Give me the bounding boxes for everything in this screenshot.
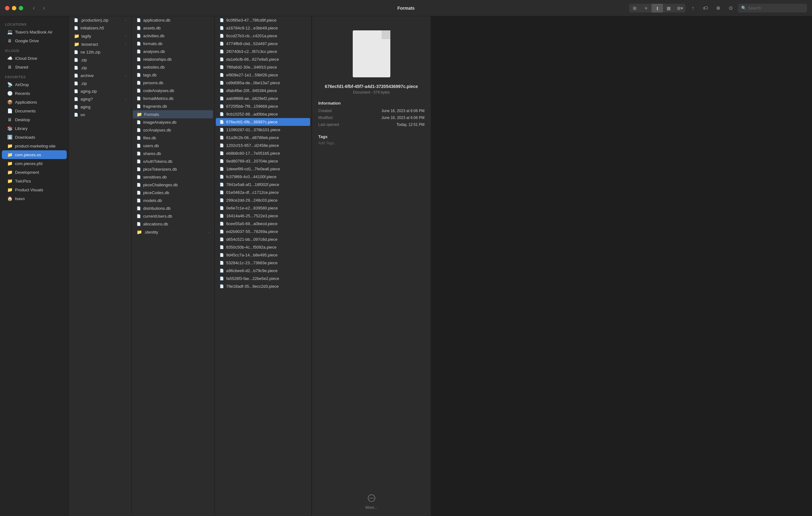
list-item[interactable]: 📄 fragments.db — [133, 102, 213, 110]
sidebar-item-icloud-drive[interactable]: ☁️ iCloud Drive — [2, 54, 67, 63]
list-item[interactable]: 📄 pkceCodes.db — [133, 189, 213, 196]
sidebar-item-product-marketing[interactable]: 📁 product-marketing-site — [2, 142, 67, 150]
list-item[interactable]: 📄 persons.db — [133, 79, 213, 87]
list-item[interactable]: 📄 01e0462a-df...c1712ce.piece — [216, 188, 310, 196]
list-item[interactable]: 📄 ocrAnalyses.db — [133, 126, 213, 134]
list-item[interactable]: 📄 applications.db — [133, 16, 213, 24]
tag-button[interactable]: 🏷 — [700, 4, 710, 12]
sidebar-item-product-visuals[interactable]: 📁 Product Visuals — [2, 185, 67, 194]
list-item[interactable]: 📄 ed2b9037-55...78269a.piece — [216, 227, 310, 236]
list-item[interactable]: 📁 Formats › — [133, 110, 213, 118]
list-item[interactable]: 📁 .identity › — [133, 228, 213, 236]
column-view-button[interactable]: ⫿ — [651, 4, 663, 12]
list-item[interactable]: 📄 6ccd27b3-cb...c4201a.piece — [216, 32, 310, 40]
list-item[interactable]: 📄 sensitives.db — [133, 173, 213, 181]
list-item[interactable]: 📄 9c0f95e3-47...78fcd9f.piece — [216, 16, 310, 24]
action-button[interactable]: ⊕ — [713, 4, 723, 12]
list-item[interactable]: 📄 files.db — [133, 134, 213, 142]
list-item[interactable]: 📄 .zip — [70, 80, 130, 87]
list-item[interactable]: 📄 aging.zip — [70, 87, 130, 95]
sidebar-item-twicpics[interactable]: 📁 TwicPics — [2, 177, 67, 185]
gallery-view-button[interactable]: ▦ — [663, 4, 674, 12]
sidebar-item-shared[interactable]: 🖥 Shared — [2, 63, 67, 71]
list-item[interactable]: 📁 tagify › — [70, 32, 130, 40]
list-item[interactable]: 📄 allocations.db — [133, 220, 213, 228]
list-item[interactable]: 📄 aab9f889-ae...b629ef2.piece — [216, 95, 310, 102]
search-box[interactable]: 🔍 — [738, 4, 807, 12]
sidebar-item-tsavo[interactable]: 🏠 tsavo — [2, 194, 67, 203]
sidebar-item-development[interactable]: 📁 Development — [2, 168, 67, 177]
list-item[interactable]: 📄 8350c50b-4c...f5092a.piece — [216, 243, 310, 251]
back-button[interactable]: ‹ — [29, 4, 38, 12]
list-item[interactable]: 📄 0e6e7c1e-e2...839580.piece — [216, 204, 310, 212]
quick-look-button[interactable]: ⊙ — [726, 4, 735, 12]
list-item[interactable]: 📄 fa5528f3-fae...22be5e2.piece — [216, 275, 310, 282]
list-item[interactable]: 📄 a96cbee6-d2...b79c9e.piece — [216, 267, 310, 275]
list-item[interactable]: 📄 .zip — [70, 56, 130, 64]
list-item[interactable]: 📄 assets.db — [133, 24, 213, 32]
list-item[interactable]: 📄 .zip — [70, 64, 130, 72]
sidebar-item-documents[interactable]: 📄 Documents — [2, 107, 67, 115]
sidebar-item-googledrive[interactable]: 🖥 Google Drive — [2, 36, 67, 45]
list-view-button[interactable]: ≡ — [640, 4, 651, 12]
list-item[interactable]: 📄 1deeef99-cd1...7fe0ea6.piece — [216, 165, 310, 173]
list-item[interactable]: 📄 7841e5a8-af1...18f002f.piece — [216, 181, 310, 188]
list-item[interactable]: 📄 imageAnalyses.db — [133, 118, 213, 126]
list-item[interactable]: 📄 1202cf15-957...d2458e.piece — [216, 142, 310, 149]
sidebar-item-airdrop[interactable]: 📡 AirDrop — [2, 80, 67, 89]
list-item[interactable]: 📄 9ed80769-d3...20704e.piece — [216, 157, 310, 165]
list-item[interactable]: 📄 16414a46-25...7522e3.piece — [216, 212, 310, 220]
list-item[interactable]: 📄 2f0740b3-c2...f87c3cc.piece — [216, 48, 310, 55]
selected-file-item[interactable]: 📄 676ecfd1-6fb...36997c.piece — [216, 118, 310, 126]
minimize-button[interactable] — [12, 6, 16, 10]
sidebar-item-desktop[interactable]: 🖥 Desktop — [2, 115, 67, 124]
list-item[interactable]: 📄 53284c1c-23...73683e.piece — [216, 259, 310, 267]
list-item[interactable]: 📁 tesseract › — [70, 40, 130, 48]
maximize-button[interactable] — [19, 6, 23, 10]
list-item[interactable]: 📄 11090287-01...378b101.piece — [216, 126, 310, 134]
list-item[interactable]: 📄 79e18adf-35...9ecc2d3.piece — [216, 282, 310, 290]
list-item[interactable]: 📄 codeAnalyses.db — [133, 87, 213, 95]
share-button[interactable]: ↑ — [688, 4, 698, 12]
list-item[interactable]: 📄 61a3fc2b-06...d8788eb.piece — [216, 134, 310, 142]
list-item[interactable]: 📄 eb8b8c60-17...7e051b5.piece — [216, 149, 310, 157]
list-item[interactable]: 📄 9d45cc7a-14...b8e495.piece — [216, 251, 310, 259]
list-item[interactable]: 📄 299ce2dd-29...248c03.piece — [216, 196, 310, 204]
list-item[interactable]: 📄 activities.db — [133, 32, 213, 40]
more-view-button[interactable]: ⊞▾ — [674, 4, 686, 12]
add-tags-button[interactable]: Add Tags... — [318, 141, 425, 145]
list-item[interactable]: 📄 4774ffb9-cbd...52d497.piece — [216, 40, 310, 48]
list-item[interactable]: 📄 6cee55a5-69...a0becd.piece — [216, 220, 310, 227]
list-item[interactable]: 📄 d654c521-bb...097c8d.piece — [216, 236, 310, 243]
list-item[interactable]: 📄 tags.db — [133, 71, 213, 79]
list-item[interactable]: 📄 ef909e27-1e1...59bf26.piece — [216, 71, 310, 79]
list-item[interactable]: 📄 7f8fa6d2-30e...346f10.piece — [216, 63, 310, 71]
list-item[interactable]: 📄 6725f5bb-7f9...159669.piece — [216, 102, 310, 110]
list-item[interactable]: 📄 aging — [70, 103, 130, 111]
list-item[interactable]: 📄 da1e6cfb-66...627e9a5.piece — [216, 55, 310, 63]
list-item[interactable]: 📄 users.db — [133, 142, 213, 150]
list-item[interactable]: 📄 formatMetrics.db — [133, 95, 213, 102]
list-item[interactable]: 📄 dfab4fbe-20f...945394.piece — [216, 87, 310, 95]
sidebar-item-recents[interactable]: 🕐 Recents — [2, 89, 67, 98]
list-item[interactable]: 📄 distributions.db — [133, 205, 213, 212]
list-item[interactable]: 📄 a16784c9-12...e3bb49.piece — [216, 24, 310, 32]
sidebar-item-com-pieces-os[interactable]: 📁 com.pieces.os — [2, 150, 67, 159]
more-button[interactable]: More... — [366, 485, 377, 510]
list-item[interactable]: 📄 currentUsers.db — [133, 212, 213, 220]
list-item[interactable]: 📄 archive › — [70, 72, 130, 80]
sidebar-item-applications[interactable]: 📦 Applications — [2, 98, 67, 107]
list-item[interactable]: 📄 fc379f69-4c0...44100f.piece — [216, 173, 310, 181]
list-item[interactable]: 📄 pkceChallenges.db — [133, 181, 213, 189]
list-item[interactable]: 📄 .production).zip › — [70, 16, 130, 24]
list-item[interactable]: 📄 relationships.db — [133, 55, 213, 63]
list-item[interactable]: 📄 formats.db — [133, 40, 213, 48]
search-input[interactable] — [748, 6, 804, 10]
forward-button[interactable]: › — [39, 4, 48, 12]
list-item[interactable]: 📄 9cb10252-88...ad0bba.piece — [216, 110, 310, 118]
list-item[interactable]: 📄 initializers.h5 — [70, 24, 130, 32]
list-item[interactable]: 📄 on — [70, 111, 130, 119]
list-item[interactable]: 📄 ne 12th.zip — [70, 48, 130, 56]
list-item[interactable]: 📄 oAuthTokens.db — [133, 157, 213, 165]
sidebar-item-com-pieces-pfd[interactable]: 📁 com.pieces.pfd — [2, 159, 67, 168]
